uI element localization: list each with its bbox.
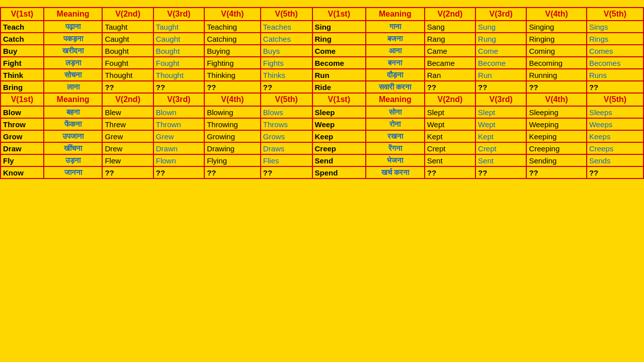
table-cell: Throws xyxy=(261,118,312,130)
table-cell: Runs xyxy=(587,69,643,81)
table-cell: Fought xyxy=(102,57,153,69)
table-cell: रेंगना xyxy=(366,142,425,154)
table-cell: Buys xyxy=(261,45,312,57)
table-cell: ?? xyxy=(587,166,643,178)
table-cell: भेजना xyxy=(366,154,425,166)
col-header-2: V(2nd) xyxy=(102,8,153,21)
table-cell: ?? xyxy=(425,81,475,93)
table-cell: Thinks xyxy=(261,69,312,81)
table-cell: ?? xyxy=(153,166,204,178)
section1-body: Teachपढ़ानाTaughtTaughtTeachingTeachesSi… xyxy=(1,21,643,93)
title xyxy=(0,0,644,7)
col-header-6: V(1st) xyxy=(312,93,366,106)
table-cell: Creeping xyxy=(526,142,587,154)
table-cell: Taught xyxy=(153,21,204,33)
table-row: Knowजानना????????Spendखर्च करना???????? xyxy=(1,166,643,178)
table-cell: Kept xyxy=(425,130,475,142)
table-cell: Blown xyxy=(153,106,204,118)
table-cell: Grow xyxy=(1,130,44,142)
col-header-3: V(3rd) xyxy=(153,8,204,21)
table-cell: Bought xyxy=(153,45,204,57)
table-cell: Growing xyxy=(204,130,261,142)
table-cell: Sending xyxy=(526,154,587,166)
table-cell: Ring xyxy=(312,33,366,45)
table-cell: Keeps xyxy=(587,130,643,142)
verbs-table: V(1st)MeaningV(2nd)V(3rd)V(4th)V(5th)V(1… xyxy=(0,7,644,179)
table-cell: Crept xyxy=(475,142,526,154)
table-cell: दौड़ना xyxy=(366,69,425,81)
table-cell: रोना xyxy=(366,118,425,130)
table-cell: Come xyxy=(475,45,526,57)
table-row: Fightलड़नाFoughtFoughtFightingFightsBeco… xyxy=(1,57,643,69)
table-cell: Fights xyxy=(261,57,312,69)
table-cell: सवारी करना xyxy=(366,81,425,93)
table-cell: Throwing xyxy=(204,118,261,130)
col-header-1: Meaning xyxy=(44,8,103,21)
table-cell: आना xyxy=(366,45,425,57)
table-cell: Send xyxy=(312,154,366,166)
table-cell: Ride xyxy=(312,81,366,93)
table-cell: Rang xyxy=(425,33,475,45)
table-cell: Drew xyxy=(102,142,153,154)
table-row: ThinkसोचनाThoughtThoughtThinkingThinksRu… xyxy=(1,69,643,81)
table-cell: Becoming xyxy=(526,57,587,69)
table-cell: Thought xyxy=(153,69,204,81)
table-cell: Came xyxy=(425,45,475,57)
table-cell: Blows xyxy=(261,106,312,118)
col-header-9: V(3rd) xyxy=(475,8,526,21)
table-cell: ?? xyxy=(425,166,475,178)
table-cell: Creeps xyxy=(587,142,643,154)
table-cell: ?? xyxy=(526,166,587,178)
table-row: Bringलाना????????Rideसवारी करना???????? xyxy=(1,81,643,93)
table-cell: Catch xyxy=(1,33,44,45)
table-cell: Becomes xyxy=(587,57,643,69)
section2-body: BlowबहनाBlewBlownBlowingBlowsSleepसोनाSl… xyxy=(1,106,643,178)
table-cell: Keep xyxy=(312,130,366,142)
table-cell: ?? xyxy=(587,81,643,93)
table-cell: Drawing xyxy=(204,142,261,154)
col-header-8: V(2nd) xyxy=(425,93,475,106)
table-cell: Come xyxy=(312,45,366,57)
table-cell: Flying xyxy=(204,154,261,166)
col-header-10: V(4th) xyxy=(526,8,587,21)
table-cell: पकड़ना xyxy=(44,33,103,45)
table-cell: Buy xyxy=(1,45,44,57)
table-cell: खरीदना xyxy=(44,45,103,57)
table-cell: ?? xyxy=(261,81,312,93)
table-cell: Weeping xyxy=(526,118,587,130)
table-cell: Drawn xyxy=(153,142,204,154)
table-cell: Sent xyxy=(425,154,475,166)
table-cell: Running xyxy=(526,69,587,81)
col-header-4: V(4th) xyxy=(204,8,261,21)
table-cell: Sing xyxy=(312,21,366,33)
table-cell: Thinking xyxy=(204,69,261,81)
table-cell: Flew xyxy=(102,154,153,166)
table-cell: Thrown xyxy=(153,118,204,130)
table-cell: सोचना xyxy=(44,69,103,81)
col-header-5: V(5th) xyxy=(261,93,312,106)
table-cell: ?? xyxy=(204,81,261,93)
table-cell: Flies xyxy=(261,154,312,166)
table-cell: Rings xyxy=(587,33,643,45)
table-cell: ?? xyxy=(204,166,261,178)
table-cell: Bought xyxy=(102,45,153,57)
table-cell: Catches xyxy=(261,33,312,45)
table-cell: Sleeping xyxy=(526,106,587,118)
table-cell: Become xyxy=(475,57,526,69)
table-cell: Ringing xyxy=(526,33,587,45)
table-cell: Blow xyxy=(1,106,44,118)
table-row: DrawखींचनाDrewDrawnDrawingDrawsCreepरेंग… xyxy=(1,142,643,154)
table-cell: बजना xyxy=(366,33,425,45)
table-cell: Become xyxy=(312,57,366,69)
table-cell: उपजाना xyxy=(44,130,103,142)
table-cell: Fly xyxy=(1,154,44,166)
col-header-1: Meaning xyxy=(44,93,103,106)
table-cell: खींचना xyxy=(44,142,103,154)
col-header-10: V(4th) xyxy=(526,93,587,106)
table-cell: लड़ना xyxy=(44,57,103,69)
table-cell: Blew xyxy=(102,106,153,118)
table-cell: Keeping xyxy=(526,130,587,142)
table-cell: Sang xyxy=(425,21,475,33)
table-cell: Ran xyxy=(425,69,475,81)
table-cell: Weeps xyxy=(587,118,643,130)
